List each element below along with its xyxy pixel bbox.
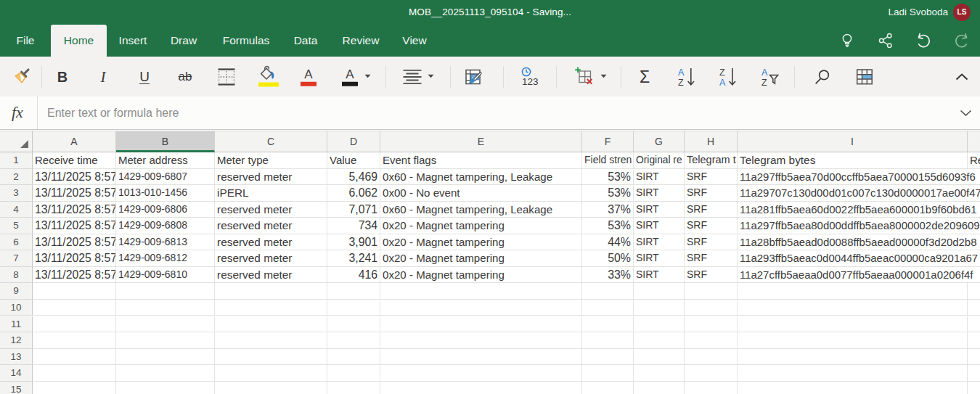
cell-H2[interactable]: SRF xyxy=(685,169,738,186)
cell-F15[interactable] xyxy=(582,382,634,394)
column-header-H[interactable]: H xyxy=(685,131,738,152)
cell-C11[interactable] xyxy=(215,316,327,333)
cell-C5[interactable]: reserved meter xyxy=(215,218,327,234)
cells-dropdown-caret-icon[interactable] xyxy=(600,74,607,78)
cell-H5[interactable]: SRF xyxy=(685,218,738,234)
cell-J10[interactable] xyxy=(968,300,980,316)
cell-I10[interactable] xyxy=(738,300,968,316)
cell-I9[interactable] xyxy=(738,283,968,300)
cell-D8[interactable]: 416 xyxy=(327,267,380,284)
row-header-7[interactable]: 7 xyxy=(0,250,33,267)
alignment-dropdown-caret-icon[interactable] xyxy=(428,74,434,78)
cell-C10[interactable] xyxy=(215,300,327,316)
cell-I2[interactable]: 11a297ffb5aea70d00ccffb5aea70000155d6093… xyxy=(738,169,968,186)
row-header-1[interactable]: 1 xyxy=(0,152,33,169)
cell-G3[interactable]: SIRT xyxy=(634,185,685,202)
tab-view[interactable]: View xyxy=(402,25,426,57)
undo-icon[interactable] xyxy=(914,31,933,50)
cell-E7[interactable]: 0x20 - Magnet tampering xyxy=(380,250,582,267)
column-header-F[interactable]: F xyxy=(582,131,634,152)
tab-home[interactable]: Home xyxy=(51,25,107,57)
cell-H6[interactable]: SRF xyxy=(685,234,738,251)
column-header-C[interactable]: C xyxy=(215,131,327,152)
cell-C15[interactable] xyxy=(215,382,327,394)
strikethrough-button[interactable]: ab xyxy=(179,70,192,84)
cell-A3[interactable]: 13/11/2025 8:57 xyxy=(33,185,116,202)
cell-B15[interactable] xyxy=(116,382,215,394)
italic-button[interactable]: I xyxy=(101,68,106,86)
row-header-14[interactable]: 14 xyxy=(0,365,33,382)
collapse-toolbar-chevron-icon[interactable] xyxy=(955,73,968,81)
cell-B10[interactable] xyxy=(116,300,215,316)
cell-H3[interactable]: SRF xyxy=(685,185,738,202)
tab-formulas[interactable]: Formulas xyxy=(223,25,270,57)
cell-E15[interactable] xyxy=(380,382,582,394)
cell-B3[interactable]: 1013-010-1456 xyxy=(116,185,215,202)
cell-C2[interactable]: reserved meter xyxy=(215,169,327,186)
avatar[interactable]: LS xyxy=(953,4,971,21)
cell-A2[interactable]: 13/11/2025 8:57 xyxy=(33,169,116,186)
cell-E9[interactable] xyxy=(380,283,582,300)
cell-I5[interactable]: 11a297ffb5aea80d00ddffb5aea8000002de2096… xyxy=(738,218,968,234)
fx-button[interactable]: fx xyxy=(0,97,38,129)
merge-table-button[interactable] xyxy=(855,67,875,87)
tab-file[interactable]: File xyxy=(17,25,35,57)
cell-I6[interactable]: 11a28bffb5aead0d0088ffb5aead00000f3d20d2… xyxy=(738,234,968,251)
cell-D14[interactable] xyxy=(327,365,380,382)
cell-E11[interactable] xyxy=(380,316,582,333)
cell-E10[interactable] xyxy=(380,300,582,316)
cell-I4[interactable]: 11a281ffb5aea60d0022ffb5aea600001b9f60bd… xyxy=(738,202,968,218)
column-header-D[interactable]: D xyxy=(327,131,380,152)
cell-H13[interactable] xyxy=(685,349,738,366)
cell-G11[interactable] xyxy=(634,316,685,333)
insert-delete-cells-button[interactable] xyxy=(574,66,596,88)
cell-D3[interactable]: 6.062 xyxy=(327,185,380,202)
row-header-10[interactable]: 10 xyxy=(0,300,33,316)
cell-C8[interactable]: reserved meter xyxy=(215,267,327,284)
cell-A8[interactable]: 13/11/2025 8:57 xyxy=(33,267,116,284)
cell-F1[interactable]: Field stren xyxy=(582,152,634,169)
column-header-G[interactable]: G xyxy=(634,131,685,152)
cell-F7[interactable]: 50% xyxy=(582,250,634,267)
cell-I13[interactable] xyxy=(738,349,968,366)
cell-B8[interactable]: 1429-009-6810 xyxy=(116,267,215,284)
cell-G5[interactable]: SIRT xyxy=(634,218,685,234)
cell-F14[interactable] xyxy=(582,365,634,382)
cell-C1[interactable]: Meter type xyxy=(215,152,327,169)
cell-E2[interactable]: 0x60 - Magnet tampering, Leakage xyxy=(380,169,582,186)
cell-A14[interactable] xyxy=(33,365,116,382)
cell-H7[interactable]: SRF xyxy=(685,250,738,267)
cell-B14[interactable] xyxy=(116,365,215,382)
row-header-2[interactable]: 2 xyxy=(0,169,33,186)
cell-B9[interactable] xyxy=(116,283,215,300)
column-header-A[interactable]: A xyxy=(33,131,116,152)
cell-H8[interactable]: SRF xyxy=(685,267,738,284)
cell-A11[interactable] xyxy=(33,316,116,333)
cell-G14[interactable] xyxy=(634,365,685,382)
number-format-button[interactable]: 123 xyxy=(518,65,540,89)
cell-I12[interactable] xyxy=(738,332,968,349)
cell-F5[interactable]: 53% xyxy=(582,218,634,234)
column-header-B[interactable]: B xyxy=(116,131,215,152)
cell-I15[interactable] xyxy=(738,382,968,394)
cell-C6[interactable]: reserved meter xyxy=(215,234,327,251)
column-header-I[interactable]: I xyxy=(738,131,968,152)
row-header-9[interactable]: 9 xyxy=(0,283,33,300)
sort-filter-button[interactable]: A Z xyxy=(761,67,780,87)
sort-descending-button[interactable]: Z A xyxy=(719,67,738,87)
cell-F8[interactable]: 33% xyxy=(582,267,634,284)
cell-A15[interactable] xyxy=(33,382,116,394)
cell-B11[interactable] xyxy=(116,316,215,333)
cell-B2[interactable]: 1429-009-6807 xyxy=(116,169,215,186)
row-header-6[interactable]: 6 xyxy=(0,234,33,251)
formula-bar-expand-chevron-icon[interactable] xyxy=(960,110,972,117)
cell-J14[interactable] xyxy=(968,365,980,382)
share-icon[interactable] xyxy=(876,31,895,50)
cell-A9[interactable] xyxy=(33,283,116,300)
cell-C14[interactable] xyxy=(215,365,327,382)
cell-J15[interactable] xyxy=(968,382,980,394)
cell-A12[interactable] xyxy=(33,332,116,349)
cell-F4[interactable]: 37% xyxy=(582,202,634,218)
cell-G1[interactable]: Original re xyxy=(634,152,685,169)
cell-H14[interactable] xyxy=(685,365,738,382)
